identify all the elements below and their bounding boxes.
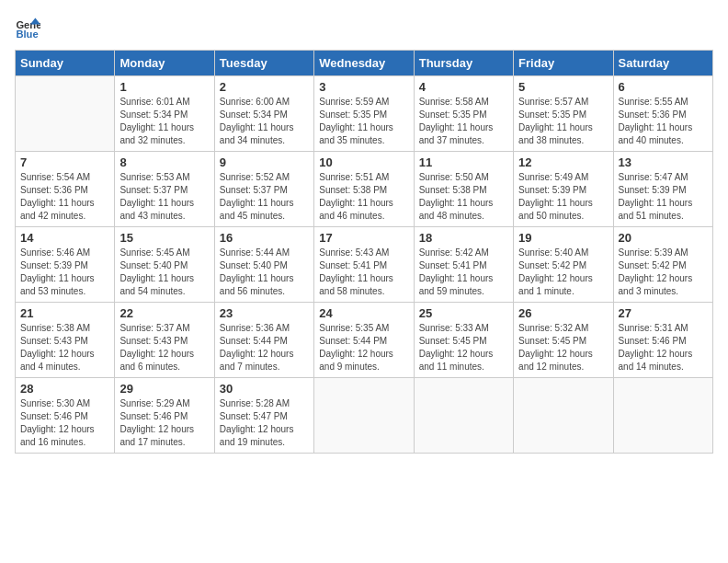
page-header: General Blue xyxy=(15,15,713,40)
day-info: Sunrise: 5:32 AMSunset: 5:45 PMDaylight:… xyxy=(518,322,608,373)
day-info: Sunrise: 5:30 AMSunset: 5:46 PMDaylight:… xyxy=(20,397,109,449)
day-number: 27 xyxy=(619,306,708,320)
day-cell: 18Sunrise: 5:42 AMSunset: 5:41 PMDayligh… xyxy=(414,227,513,303)
day-cell: 15Sunrise: 5:45 AMSunset: 5:40 PMDayligh… xyxy=(115,227,214,303)
day-number: 29 xyxy=(119,382,209,396)
day-header-friday: Friday xyxy=(514,51,613,76)
day-cell: 9Sunrise: 5:52 AMSunset: 5:37 PMDaylight… xyxy=(214,152,313,227)
day-info: Sunrise: 5:43 AMSunset: 5:41 PMDaylight:… xyxy=(319,247,408,298)
day-number: 28 xyxy=(20,382,109,396)
header-row: SundayMondayTuesdayWednesdayThursdayFrid… xyxy=(16,51,713,76)
day-info: Sunrise: 5:42 AMSunset: 5:41 PMDaylight:… xyxy=(419,247,508,298)
day-cell: 11Sunrise: 5:50 AMSunset: 5:38 PMDayligh… xyxy=(414,152,513,227)
day-cell: 25Sunrise: 5:33 AMSunset: 5:45 PMDayligh… xyxy=(414,303,513,378)
day-cell: 13Sunrise: 5:47 AMSunset: 5:39 PMDayligh… xyxy=(613,152,712,227)
day-number: 1 xyxy=(119,80,209,94)
week-row-1: 1Sunrise: 6:01 AMSunset: 5:34 PMDaylight… xyxy=(16,76,713,152)
day-cell: 26Sunrise: 5:32 AMSunset: 5:45 PMDayligh… xyxy=(514,303,613,378)
calendar-table: SundayMondayTuesdayWednesdayThursdayFrid… xyxy=(15,50,713,454)
day-cell: 14Sunrise: 5:46 AMSunset: 5:39 PMDayligh… xyxy=(16,227,115,303)
day-cell: 22Sunrise: 5:37 AMSunset: 5:43 PMDayligh… xyxy=(115,303,214,378)
day-number: 23 xyxy=(220,306,309,320)
day-cell: 6Sunrise: 5:55 AMSunset: 5:36 PMDaylight… xyxy=(613,76,712,152)
day-number: 10 xyxy=(319,155,408,169)
day-cell: 17Sunrise: 5:43 AMSunset: 5:41 PMDayligh… xyxy=(314,227,414,303)
day-cell: 23Sunrise: 5:36 AMSunset: 5:44 PMDayligh… xyxy=(214,303,313,378)
day-info: Sunrise: 5:58 AMSunset: 5:35 PMDaylight:… xyxy=(419,96,508,147)
day-number: 22 xyxy=(119,306,209,320)
day-number: 8 xyxy=(119,155,209,169)
day-number: 11 xyxy=(419,155,508,169)
day-header-sunday: Sunday xyxy=(16,51,115,76)
day-info: Sunrise: 5:39 AMSunset: 5:42 PMDaylight:… xyxy=(619,247,708,298)
day-info: Sunrise: 6:01 AMSunset: 5:34 PMDaylight:… xyxy=(119,96,209,147)
day-cell: 7Sunrise: 5:54 AMSunset: 5:36 PMDaylight… xyxy=(16,152,115,227)
day-cell xyxy=(514,378,613,454)
day-info: Sunrise: 5:33 AMSunset: 5:45 PMDaylight:… xyxy=(419,322,508,373)
day-info: Sunrise: 5:40 AMSunset: 5:42 PMDaylight:… xyxy=(518,247,608,298)
day-number: 3 xyxy=(319,80,408,94)
day-info: Sunrise: 6:00 AMSunset: 5:34 PMDaylight:… xyxy=(220,96,309,147)
day-info: Sunrise: 5:47 AMSunset: 5:39 PMDaylight:… xyxy=(619,171,708,223)
logo: General Blue xyxy=(15,15,44,40)
day-info: Sunrise: 5:51 AMSunset: 5:38 PMDaylight:… xyxy=(319,171,408,223)
day-cell: 21Sunrise: 5:38 AMSunset: 5:43 PMDayligh… xyxy=(16,303,115,378)
day-info: Sunrise: 5:54 AMSunset: 5:36 PMDaylight:… xyxy=(20,171,109,223)
day-number: 2 xyxy=(220,80,309,94)
day-cell xyxy=(613,378,712,454)
day-number: 26 xyxy=(518,306,608,320)
day-info: Sunrise: 5:37 AMSunset: 5:43 PMDaylight:… xyxy=(119,322,209,373)
day-number: 20 xyxy=(619,231,708,245)
week-row-3: 14Sunrise: 5:46 AMSunset: 5:39 PMDayligh… xyxy=(16,227,713,303)
day-cell: 30Sunrise: 5:28 AMSunset: 5:47 PMDayligh… xyxy=(214,378,313,454)
day-info: Sunrise: 5:36 AMSunset: 5:44 PMDaylight:… xyxy=(220,322,309,373)
day-info: Sunrise: 5:38 AMSunset: 5:43 PMDaylight:… xyxy=(20,322,109,373)
day-cell xyxy=(314,378,414,454)
day-info: Sunrise: 5:46 AMSunset: 5:39 PMDaylight:… xyxy=(20,247,109,298)
day-cell: 4Sunrise: 5:58 AMSunset: 5:35 PMDaylight… xyxy=(414,76,513,152)
day-info: Sunrise: 5:52 AMSunset: 5:37 PMDaylight:… xyxy=(220,171,309,223)
day-cell: 12Sunrise: 5:49 AMSunset: 5:39 PMDayligh… xyxy=(514,152,613,227)
day-cell: 8Sunrise: 5:53 AMSunset: 5:37 PMDaylight… xyxy=(115,152,214,227)
day-number: 18 xyxy=(419,231,508,245)
day-cell: 2Sunrise: 6:00 AMSunset: 5:34 PMDaylight… xyxy=(214,76,313,152)
day-cell: 27Sunrise: 5:31 AMSunset: 5:46 PMDayligh… xyxy=(613,303,712,378)
day-number: 30 xyxy=(220,382,309,396)
day-info: Sunrise: 5:35 AMSunset: 5:44 PMDaylight:… xyxy=(319,322,408,373)
day-header-saturday: Saturday xyxy=(613,51,712,76)
day-number: 25 xyxy=(419,306,508,320)
week-row-4: 21Sunrise: 5:38 AMSunset: 5:43 PMDayligh… xyxy=(16,303,713,378)
day-number: 16 xyxy=(220,231,309,245)
day-number: 6 xyxy=(619,80,708,94)
day-number: 13 xyxy=(619,155,708,169)
day-cell xyxy=(16,76,115,152)
day-cell: 28Sunrise: 5:30 AMSunset: 5:46 PMDayligh… xyxy=(16,378,115,454)
day-number: 12 xyxy=(518,155,608,169)
day-number: 19 xyxy=(518,231,608,245)
day-info: Sunrise: 5:31 AMSunset: 5:46 PMDaylight:… xyxy=(619,322,708,373)
day-cell: 29Sunrise: 5:29 AMSunset: 5:46 PMDayligh… xyxy=(115,378,214,454)
day-cell: 10Sunrise: 5:51 AMSunset: 5:38 PMDayligh… xyxy=(314,152,414,227)
day-cell: 3Sunrise: 5:59 AMSunset: 5:35 PMDaylight… xyxy=(314,76,414,152)
day-cell: 19Sunrise: 5:40 AMSunset: 5:42 PMDayligh… xyxy=(514,227,613,303)
day-info: Sunrise: 5:59 AMSunset: 5:35 PMDaylight:… xyxy=(319,96,408,147)
day-info: Sunrise: 5:55 AMSunset: 5:36 PMDaylight:… xyxy=(619,96,708,147)
day-info: Sunrise: 5:45 AMSunset: 5:40 PMDaylight:… xyxy=(119,247,209,298)
day-number: 7 xyxy=(20,155,109,169)
day-info: Sunrise: 5:53 AMSunset: 5:37 PMDaylight:… xyxy=(119,171,209,223)
day-number: 24 xyxy=(319,306,408,320)
logo-icon: General Blue xyxy=(15,15,40,40)
day-cell: 5Sunrise: 5:57 AMSunset: 5:35 PMDaylight… xyxy=(514,76,613,152)
week-row-2: 7Sunrise: 5:54 AMSunset: 5:36 PMDaylight… xyxy=(16,152,713,227)
day-cell: 16Sunrise: 5:44 AMSunset: 5:40 PMDayligh… xyxy=(214,227,313,303)
day-cell: 24Sunrise: 5:35 AMSunset: 5:44 PMDayligh… xyxy=(314,303,414,378)
day-number: 21 xyxy=(20,306,109,320)
day-cell xyxy=(414,378,513,454)
svg-text:Blue: Blue xyxy=(16,29,38,40)
day-header-tuesday: Tuesday xyxy=(214,51,313,76)
week-row-5: 28Sunrise: 5:30 AMSunset: 5:46 PMDayligh… xyxy=(16,378,713,454)
day-number: 4 xyxy=(419,80,508,94)
day-info: Sunrise: 5:44 AMSunset: 5:40 PMDaylight:… xyxy=(220,247,309,298)
day-info: Sunrise: 5:28 AMSunset: 5:47 PMDaylight:… xyxy=(220,397,309,449)
day-number: 5 xyxy=(518,80,608,94)
